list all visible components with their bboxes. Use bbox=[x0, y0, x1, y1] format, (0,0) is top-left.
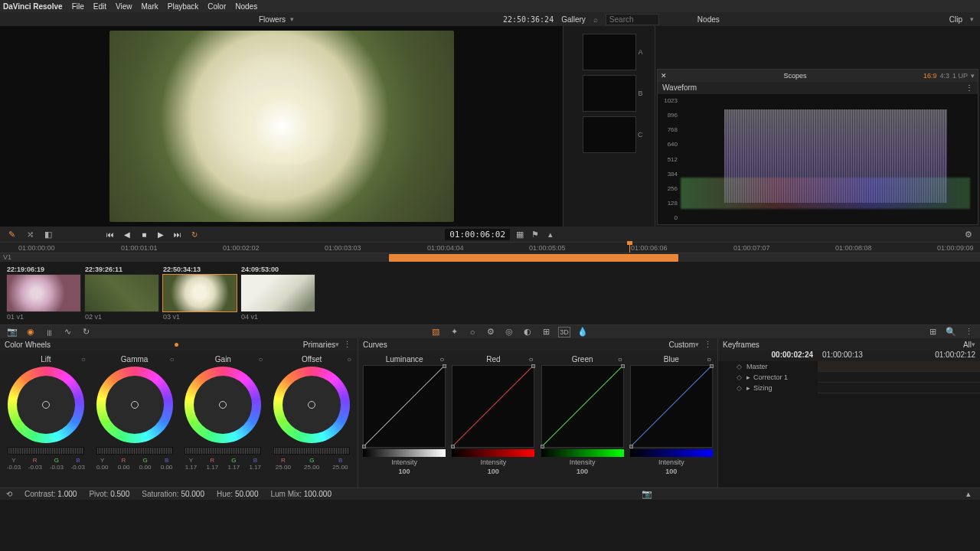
play-button[interactable]: ▶ bbox=[155, 229, 167, 240]
timeline-ruler[interactable]: 01:00:00:00 01:00:01:01 01:00:02:02 01:0… bbox=[0, 242, 980, 253]
menu-icon[interactable]: ⋮ bbox=[342, 339, 353, 350]
next-clip-button[interactable]: ⏭ bbox=[172, 229, 184, 240]
intensity-value[interactable]: 100 bbox=[399, 468, 410, 475]
chevron-down-icon[interactable]: ▾ bbox=[695, 341, 699, 348]
search-input[interactable] bbox=[606, 14, 659, 25]
gallery-label[interactable]: Gallery bbox=[561, 15, 586, 24]
marker-icon[interactable]: ▴ bbox=[545, 229, 556, 240]
aspect-169[interactable]: 16:9 bbox=[923, 72, 937, 80]
wheel-handle[interactable] bbox=[308, 401, 315, 409]
contrast-field[interactable]: Contrast: 1.000 bbox=[24, 490, 77, 498]
waveform-scope[interactable]: 10238967686405123842561280 bbox=[658, 94, 978, 224]
zoom-icon[interactable]: 🔍 bbox=[945, 327, 957, 337]
menu-view[interactable]: View bbox=[116, 2, 132, 11]
channel-values[interactable]: 0.000.000.000.00 bbox=[92, 464, 178, 471]
jog-wheel[interactable] bbox=[96, 447, 173, 455]
keyframe-diamond-icon[interactable]: ◇ bbox=[737, 363, 742, 370]
menu-nodes[interactable]: Nodes bbox=[235, 2, 257, 11]
3d-icon[interactable]: 3D bbox=[558, 327, 570, 337]
reset-icon[interactable]: ○ bbox=[258, 355, 263, 364]
wheel-handle[interactable] bbox=[219, 401, 227, 409]
gallery-slot-c[interactable]: C bbox=[583, 116, 636, 153]
menu-color[interactable]: Color bbox=[207, 2, 226, 11]
qualifier-icon[interactable]: ▧ bbox=[430, 327, 442, 337]
close-icon[interactable]: ✕ bbox=[661, 72, 667, 80]
settings-icon[interactable]: ⚙ bbox=[963, 229, 974, 240]
keyframe-track[interactable]: ◇▸Corrector 1 bbox=[718, 372, 980, 383]
jog-wheel[interactable] bbox=[8, 447, 84, 455]
picker-icon[interactable]: ✎ bbox=[6, 229, 17, 240]
wand-icon[interactable]: ✦ bbox=[448, 327, 460, 337]
menu-icon[interactable]: ⋮ bbox=[963, 327, 974, 337]
intensity-value[interactable]: 100 bbox=[577, 468, 588, 475]
drop-icon[interactable]: 💧 bbox=[577, 327, 589, 337]
curve-handle[interactable] bbox=[710, 364, 714, 368]
gear-icon[interactable]: ⚙ bbox=[485, 327, 497, 337]
chevron-down-icon[interactable]: ▾ bbox=[972, 341, 975, 348]
channel-values[interactable]: 1.171.171.171.17 bbox=[181, 464, 266, 471]
timeline-clip[interactable] bbox=[389, 254, 678, 262]
refresh-icon[interactable]: ↻ bbox=[80, 327, 92, 337]
curve-handle[interactable] bbox=[621, 364, 625, 368]
calendar-icon[interactable]: ▦ bbox=[514, 229, 525, 240]
reverse-play-button[interactable]: ◀ bbox=[121, 229, 133, 240]
curve-handle[interactable] bbox=[541, 445, 544, 448]
clip-thumb[interactable]: 22:50:34:13 03 v1 bbox=[162, 265, 237, 321]
channel-values[interactable]: -0.03-0.03-0.03-0.03 bbox=[3, 464, 89, 471]
timeline-track[interactable]: V1 bbox=[0, 253, 980, 262]
gradient-bar[interactable] bbox=[452, 449, 534, 457]
curves-icon[interactable]: ∿ bbox=[61, 327, 74, 337]
camera-raw-icon[interactable]: 📷 bbox=[6, 327, 18, 337]
color-wheels-icon[interactable]: ◉ bbox=[24, 327, 37, 337]
viewer[interactable] bbox=[0, 26, 563, 227]
link-icon[interactable]: ○ bbox=[618, 355, 622, 364]
intensity-value[interactable]: 100 bbox=[488, 468, 499, 475]
jog-wheel[interactable] bbox=[185, 447, 261, 455]
menu-mark[interactable]: Mark bbox=[142, 2, 158, 11]
project-dropdown[interactable]: Flowers ▾ bbox=[259, 15, 294, 24]
tracker-icon[interactable]: ◎ bbox=[503, 327, 515, 337]
hue-field[interactable]: Hue: 50.000 bbox=[217, 490, 259, 498]
bars-icon[interactable]: ⫼ bbox=[43, 327, 55, 337]
pivot-field[interactable]: Pivot: 0.500 bbox=[89, 490, 129, 498]
keyframe-diamond-icon[interactable]: ◇ bbox=[737, 373, 742, 381]
expand-icon[interactable]: ▸ bbox=[746, 373, 750, 381]
link-icon[interactable]: ○ bbox=[707, 355, 711, 364]
color-wheel-gamma[interactable] bbox=[96, 367, 173, 443]
keyframe-track[interactable]: ◇Master bbox=[718, 361, 980, 372]
color-wheel-offset[interactable] bbox=[273, 367, 350, 443]
clip-thumb[interactable]: 22:19:06:19 01 v1 bbox=[6, 265, 81, 321]
curve-editor-green[interactable] bbox=[541, 365, 624, 448]
prev-clip-button[interactable]: ⏮ bbox=[104, 229, 116, 240]
lummix-field[interactable]: Lum Mix: 100.000 bbox=[270, 490, 332, 498]
scope-menu-icon[interactable]: ⋮ bbox=[965, 83, 973, 93]
gradient-bar[interactable] bbox=[363, 449, 446, 457]
scope-layout[interactable]: 1 UP bbox=[952, 72, 968, 80]
curve-handle[interactable] bbox=[362, 445, 366, 448]
menu-playback[interactable]: Playback bbox=[168, 2, 199, 11]
blur-icon[interactable]: ◐ bbox=[521, 327, 534, 337]
reset-icon[interactable]: ○ bbox=[347, 355, 351, 364]
link-icon[interactable]: ○ bbox=[439, 355, 444, 364]
curve-handle[interactable] bbox=[443, 364, 446, 368]
loop-button[interactable]: ↻ bbox=[188, 229, 201, 240]
color-wheel-gain[interactable] bbox=[185, 367, 261, 443]
aspect-43[interactable]: 4:3 bbox=[939, 72, 949, 80]
gradient-bar[interactable] bbox=[630, 449, 713, 457]
curve-handle[interactable] bbox=[629, 445, 633, 448]
playhead[interactable] bbox=[629, 243, 630, 253]
curves-mode-dropdown[interactable]: Custom bbox=[669, 341, 695, 349]
nodes-canvas[interactable] bbox=[655, 26, 980, 67]
reset-icon[interactable]: ○ bbox=[169, 355, 174, 364]
saturation-field[interactable]: Saturation: 50.000 bbox=[142, 490, 204, 498]
keyframe-track[interactable]: ◇▸Sizing bbox=[718, 383, 980, 393]
key-icon[interactable]: ⊞ bbox=[540, 327, 552, 337]
color-wheel-lift[interactable] bbox=[8, 367, 84, 443]
chevron-down-icon[interactable]: ▾ bbox=[335, 341, 339, 348]
clip-thumb[interactable]: 24:09:53:00 04 v1 bbox=[240, 265, 315, 321]
expand-icon[interactable]: ▴ bbox=[963, 489, 974, 500]
clip-thumb[interactable]: 22:39:26:11 02 v1 bbox=[84, 265, 159, 321]
reset-icon[interactable]: ○ bbox=[81, 355, 86, 364]
flag-icon[interactable]: ⚑ bbox=[530, 229, 541, 240]
gallery-slot-b[interactable]: B bbox=[583, 75, 636, 112]
